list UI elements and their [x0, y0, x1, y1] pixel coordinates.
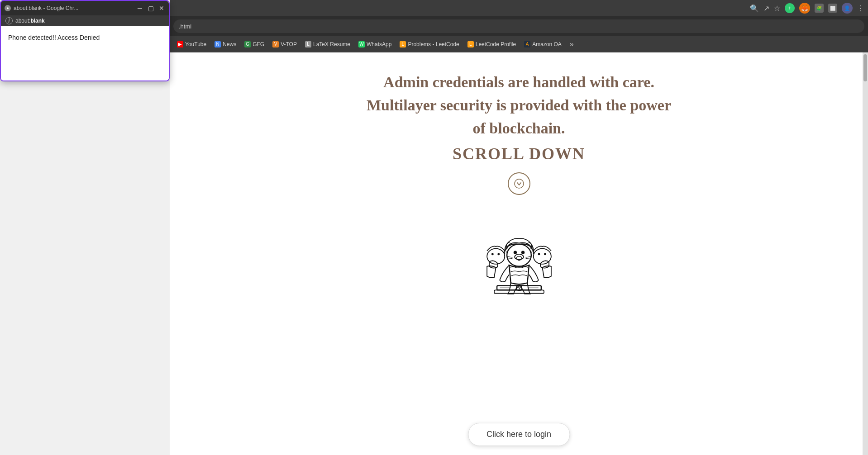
- youtube-favicon: ▶: [177, 41, 183, 47]
- svg-point-7: [497, 253, 500, 255]
- login-button[interactable]: Click here to login: [468, 423, 570, 446]
- share-icon[interactable]: ↗: [763, 4, 769, 13]
- svg-point-10: [544, 253, 546, 255]
- popup-message: Phone detected!! Access Denied: [8, 34, 100, 41]
- close-button[interactable]: ✕: [158, 5, 165, 12]
- svg-point-18: [516, 256, 521, 260]
- svg-line-21: [525, 256, 531, 257]
- chrome-popup: ● about:blank - Google Chr... ─ ▢ ✕ i ab…: [0, 0, 170, 81]
- svg-point-1: [507, 244, 531, 266]
- vtop-favicon: V: [272, 41, 279, 47]
- bookmark-gfg[interactable]: G GFG: [241, 39, 268, 49]
- hero-line3: of blockchain.: [472, 120, 565, 137]
- bookmarks-bar: ▶ YouTube N News G GFG V V-TOP L LaTeX R…: [170, 36, 868, 52]
- bookmark-news-label: News: [223, 41, 236, 47]
- split-icon[interactable]: ⬜: [828, 4, 837, 13]
- bookmark-whatsapp-label: WhatsApp: [367, 41, 391, 47]
- leetcode2-favicon: L: [467, 41, 474, 47]
- bookmark-latex-label: LaTeX Resume: [313, 41, 350, 47]
- bookmark-vtop-label: V-TOP: [281, 41, 297, 47]
- scroll-down-text: SCROLL DOWN: [367, 144, 671, 163]
- address-text: .html: [179, 23, 191, 30]
- indian-emblem: [456, 222, 582, 322]
- bookmark-problems-leetcode-label: Problems - LeetCode: [408, 41, 459, 47]
- bookmark-youtube-label: YouTube: [185, 41, 206, 47]
- main-browser: 🔍 ↗ ☆ + 🦊 🧩 ⬜ 👤 ⋮ .html ▶ YouTube N News…: [170, 0, 868, 455]
- hero-line1: Admin credentials are handled with care.: [383, 74, 654, 90]
- latex-favicon: L: [305, 41, 311, 47]
- topbar-icons: 🔍 ↗ ☆ + 🦊 🧩 ⬜ 👤 ⋮: [750, 3, 864, 14]
- popup-titlebar: ● about:blank - Google Chr... ─ ▢ ✕: [1, 1, 169, 15]
- svg-point-3: [521, 251, 524, 254]
- info-icon: i: [5, 17, 13, 24]
- popup-addressbar: i about:blank: [1, 15, 169, 26]
- bookmark-problems-leetcode[interactable]: L Problems - LeetCode: [396, 39, 463, 49]
- leetcode-favicon: L: [400, 41, 406, 47]
- svg-point-4: [515, 254, 524, 260]
- maximize-button[interactable]: ▢: [147, 5, 154, 12]
- user-avatar[interactable]: 👤: [842, 3, 853, 14]
- hero-line2: Multilayer security is provided with the…: [367, 97, 671, 114]
- popup-url: about:blank: [15, 18, 45, 24]
- address-input[interactable]: .html: [173, 19, 864, 33]
- bookmark-gfg-label: GFG: [253, 41, 264, 47]
- bookmark-amazon-label: Amazon OA: [532, 41, 562, 47]
- amazon-favicon: A: [524, 41, 530, 47]
- svg-point-6: [491, 253, 493, 255]
- addressbar-row: .html: [170, 16, 868, 36]
- bookmark-latex[interactable]: L LaTeX Resume: [301, 39, 354, 49]
- popup-title: about:blank - Google Chr...: [14, 5, 78, 11]
- fox-extension-icon[interactable]: 🦊: [799, 3, 810, 14]
- bookmark-star-icon[interactable]: ☆: [774, 4, 780, 13]
- bookmark-leetcode-profile-label: LeetCode Profile: [476, 41, 516, 47]
- hero-section: Admin credentials are handled with care.…: [367, 71, 671, 163]
- menu-icon[interactable]: ⋮: [857, 4, 864, 13]
- whatsapp-favicon: W: [358, 41, 365, 47]
- popup-favicon: ●: [5, 5, 11, 11]
- svg-line-19: [507, 256, 512, 257]
- chevron-down-icon: [514, 178, 525, 189]
- gfg-favicon: G: [244, 41, 251, 47]
- scrollbar-thumb[interactable]: [863, 54, 867, 81]
- page-content: Admin credentials are handled with care.…: [170, 52, 868, 455]
- search-icon[interactable]: 🔍: [750, 4, 759, 13]
- bookmarks-more-button[interactable]: »: [566, 38, 577, 50]
- bookmark-news[interactable]: N News: [211, 39, 240, 49]
- minimize-button[interactable]: ─: [136, 5, 143, 12]
- scrollbar[interactable]: [863, 52, 868, 455]
- emblem-section: [179, 222, 859, 322]
- bookmark-youtube[interactable]: ▶ YouTube: [173, 39, 210, 49]
- svg-point-9: [538, 253, 540, 255]
- popup-url-bold: blank: [30, 18, 44, 24]
- puzzle-icon[interactable]: 🧩: [815, 4, 824, 13]
- bookmark-leetcode-profile[interactable]: L LeetCode Profile: [464, 39, 520, 49]
- bookmark-amazon[interactable]: A Amazon OA: [520, 39, 565, 49]
- scroll-down-arrow[interactable]: [508, 172, 530, 195]
- popup-content: Phone detected!! Access Denied: [1, 26, 169, 81]
- svg-point-0: [515, 179, 524, 188]
- login-button-container: Click here to login: [468, 423, 570, 446]
- extension-green-icon[interactable]: +: [785, 3, 795, 13]
- svg-point-2: [513, 251, 516, 254]
- browser-topbar: 🔍 ↗ ☆ + 🦊 🧩 ⬜ 👤 ⋮: [170, 0, 868, 16]
- news-favicon: N: [215, 41, 221, 47]
- bookmark-vtop[interactable]: V V-TOP: [269, 39, 300, 49]
- bookmark-whatsapp[interactable]: W WhatsApp: [355, 39, 395, 49]
